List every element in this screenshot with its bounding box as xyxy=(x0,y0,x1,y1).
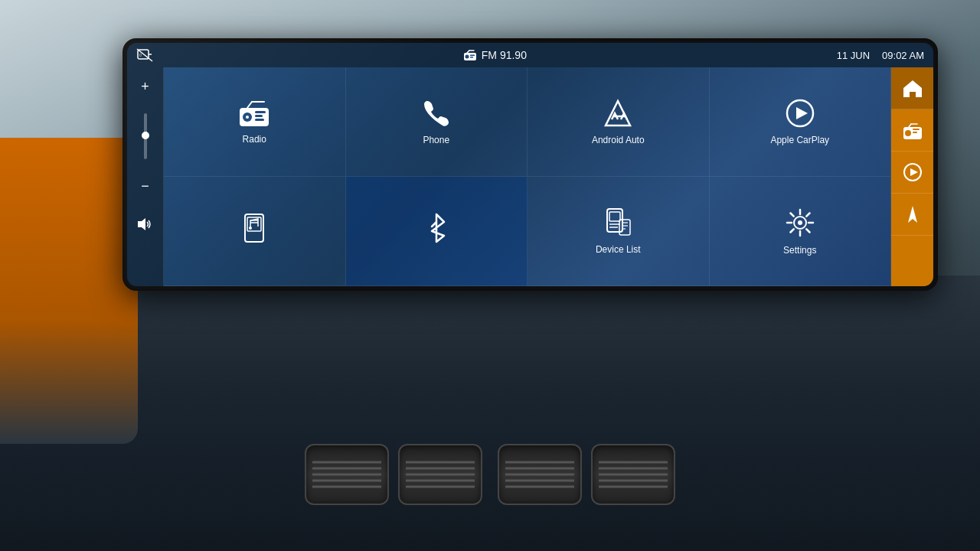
no-signal-icon: 0 xyxy=(136,48,153,62)
time-display: 09:02 AM xyxy=(882,50,924,61)
device-list-button[interactable]: Device List xyxy=(528,177,710,286)
volume-controls: + − xyxy=(127,67,164,286)
svg-rect-15 xyxy=(255,115,263,117)
settings-icon-svg xyxy=(784,207,816,239)
svg-rect-7 xyxy=(470,57,473,58)
app-grid: Radio Phone xyxy=(164,67,891,286)
svg-marker-21 xyxy=(796,107,808,119)
svg-rect-28 xyxy=(609,212,620,221)
frequency-display: FM 91.90 xyxy=(482,49,527,61)
android-auto-icon-svg xyxy=(601,98,635,129)
vent-area xyxy=(0,276,980,551)
right-sidebar xyxy=(891,67,933,286)
media-nav-button[interactable] xyxy=(891,152,933,194)
infotainment-screen: 0 FM 91.90 11 JUN xyxy=(127,43,933,286)
vent-1 xyxy=(305,444,389,505)
left-vent-group xyxy=(305,444,482,505)
vent-3 xyxy=(498,444,582,505)
svg-rect-31 xyxy=(619,220,630,235)
status-left: 0 xyxy=(136,48,153,62)
bluetooth-icon-svg xyxy=(424,211,449,245)
status-bar: 0 FM 91.90 11 JUN xyxy=(127,43,933,67)
svg-line-43 xyxy=(806,214,809,217)
left-panel xyxy=(0,138,138,444)
volume-up-button[interactable]: + xyxy=(134,75,157,98)
apple-carplay-button[interactable]: Apple CarPlay xyxy=(710,67,892,177)
status-center: FM 91.90 xyxy=(463,49,527,61)
svg-point-36 xyxy=(798,220,802,225)
phone-button[interactable]: Phone xyxy=(346,67,528,177)
media-nav-icon xyxy=(902,161,923,183)
phone-icon xyxy=(421,98,452,129)
svg-text:0: 0 xyxy=(139,53,142,57)
radio-label: Radio xyxy=(243,134,266,145)
radio-status-icon xyxy=(463,49,477,61)
bluetooth-icon xyxy=(424,211,449,245)
svg-point-46 xyxy=(905,130,911,136)
svg-rect-48 xyxy=(913,132,917,133)
android-auto-label: Android Auto xyxy=(592,135,645,145)
svg-point-13 xyxy=(246,116,249,119)
navigation-icon xyxy=(902,204,923,225)
radio-nav-icon xyxy=(902,119,923,141)
svg-line-42 xyxy=(806,229,809,232)
svg-marker-53 xyxy=(908,206,917,223)
date-display: 11 JUN xyxy=(837,50,870,61)
phone-label: Phone xyxy=(423,135,449,145)
volume-slider[interactable] xyxy=(144,113,147,159)
svg-marker-10 xyxy=(138,218,145,230)
volume-down-button[interactable]: − xyxy=(134,174,157,197)
radio-icon-svg xyxy=(238,99,270,128)
status-right: 11 JUN 09:02 AM xyxy=(837,50,924,61)
svg-rect-14 xyxy=(255,111,266,113)
device-list-icon xyxy=(603,207,633,238)
android-auto-icon xyxy=(601,98,635,129)
apple-carplay-label: Apple CarPlay xyxy=(770,135,829,145)
vent-4 xyxy=(591,444,675,505)
android-auto-button[interactable]: Android Auto xyxy=(528,67,710,177)
main-area: + − xyxy=(127,67,933,286)
svg-point-5 xyxy=(465,55,469,59)
apple-carplay-icon xyxy=(785,98,815,129)
music-phone-icon-svg xyxy=(240,213,269,243)
mute-button[interactable] xyxy=(134,213,157,236)
speaker-icon xyxy=(137,217,154,232)
svg-line-41 xyxy=(790,214,793,217)
screen-bezel: 0 FM 91.90 11 JUN xyxy=(122,38,938,291)
right-vent-group xyxy=(498,444,675,505)
radio-nav-button[interactable] xyxy=(891,109,933,152)
navigation-button[interactable] xyxy=(891,194,933,236)
svg-line-44 xyxy=(790,229,793,232)
home-nav-icon xyxy=(902,77,923,99)
svg-rect-47 xyxy=(913,129,920,130)
device-list-icon-svg xyxy=(603,207,633,238)
svg-line-17 xyxy=(247,102,252,108)
vent-2 xyxy=(398,444,482,505)
settings-icon xyxy=(784,207,816,239)
apple-carplay-icon-svg xyxy=(785,98,815,129)
music-phone-icon xyxy=(240,213,269,243)
device-list-label: Device List xyxy=(596,244,641,255)
media-button[interactable] xyxy=(164,177,346,286)
svg-rect-6 xyxy=(470,55,475,57)
svg-marker-52 xyxy=(910,168,918,176)
car-dashboard: 0 FM 91.90 11 JUN xyxy=(0,0,980,551)
phone-icon-svg xyxy=(421,98,452,129)
bluetooth-button[interactable] xyxy=(346,177,528,286)
svg-rect-16 xyxy=(255,119,264,121)
settings-button[interactable]: Settings xyxy=(710,177,892,286)
home-nav-button[interactable] xyxy=(891,67,933,109)
settings-label: Settings xyxy=(783,245,816,256)
vents-container xyxy=(138,444,842,505)
radio-icon xyxy=(238,99,270,128)
radio-button[interactable]: Radio xyxy=(164,67,346,177)
